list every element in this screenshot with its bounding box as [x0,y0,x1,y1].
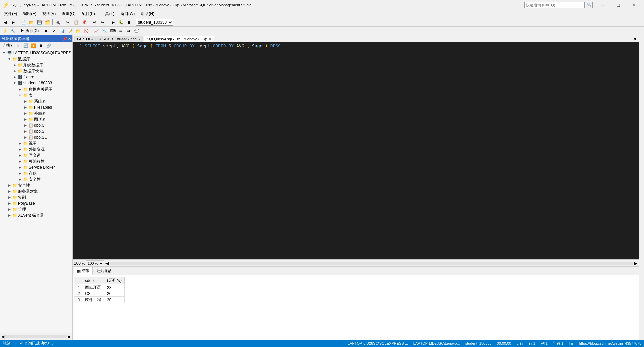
tree-item-27[interactable]: ▶📁XEvent 探查器 [0,212,72,218]
results-text-button[interactable]: 📝 [66,27,74,35]
tree-item-12[interactable]: ▶📋dbo.C [0,122,72,128]
menu-item-T[interactable]: 工具(T) [98,10,117,17]
oe-filter-button[interactable]: 🔽 [30,42,37,49]
menu-item-W[interactable]: 窗口(W) [118,10,137,17]
oe-refresh-button[interactable]: 🔄 [22,42,29,49]
menu-item-H[interactable]: 帮助(H) [138,10,157,17]
tree-item-10[interactable]: ▶📁外部表 [0,110,72,116]
tree-item-4[interactable]: ▶🗄️fixture [0,74,72,80]
cut-button[interactable]: ✂ [64,19,72,26]
tree-item-23[interactable]: ▶📁服务器对象 [0,188,72,194]
tree-item-7[interactable]: ▼📁表 [0,92,72,98]
results-grid-button[interactable]: 📊 [58,27,66,35]
results-none-button[interactable]: 🚫 [82,27,90,35]
menu-item-V[interactable]: 视图(V) [40,10,58,17]
tree-item-3[interactable]: ▶📁数据库快照 [0,68,72,74]
tab-0[interactable]: LAPTOP-LID28SCI...t_180333 - dbo.S [74,36,143,42]
parse-button[interactable]: ✔ [50,27,58,35]
tree-expander-3[interactable]: ▶ [12,68,17,74]
tree-item-24[interactable]: ▶📁复制 [0,194,72,200]
stop-exec-button[interactable]: ⏹ [42,27,50,35]
new-query-button[interactable]: 📄 [20,19,27,26]
oe-connect-button[interactable]: 连接▾ [1,42,14,49]
tree-item-5[interactable]: ▼🗄️student_180333 [0,80,72,86]
tree-item-14[interactable]: ▶📋dbo.SC [0,134,72,140]
redo-button[interactable]: ↪ [99,19,106,26]
tree-item-11[interactable]: ▶📁图形表 [0,116,72,122]
tree-expander-8[interactable]: ▶ [23,99,28,104]
tree-expander-17[interactable]: ▶ [17,153,23,158]
new-conn-button[interactable]: 🔌 [54,19,61,26]
oe-stop-button[interactable]: ⏹ [37,42,45,49]
tree-item-15[interactable]: ▶📁视图 [0,140,72,146]
tree-expander-9[interactable]: ▶ [23,105,28,110]
oe-pin-button[interactable]: 📌 [63,37,67,41]
tree-expander-15[interactable]: ▶ [17,141,23,146]
results-tab-results[interactable]: ▦ 结果 [74,267,93,275]
tab-1[interactable]: SQLQuery4.sql -...8SC\Lenovo (59))* ✕ [144,36,214,42]
tree-expander-23[interactable]: ▶ [7,189,12,194]
include-actual-plan[interactable]: 📈 [93,27,100,35]
database-dropdown[interactable]: student_180333 [136,19,173,26]
tree-item-22[interactable]: ▶📁安全性 [0,182,72,188]
tree-expander-6[interactable]: ▶ [17,86,23,92]
back-button[interactable]: ◀ [1,19,9,26]
tree-expander-27[interactable]: ▶ [7,213,12,218]
minimize-button[interactable]: ─ [595,0,611,10]
tree-item-9[interactable]: ▶📁FileTables [0,104,72,110]
search-bar[interactable]: 🔍 [524,2,593,8]
tree-item-0[interactable]: ▼🖥️LAPTOP-LID28SC\SQLEXPRES... [0,50,72,56]
menu-item-E[interactable]: 编辑(E) [20,10,39,17]
results-file-button[interactable]: 📁 [74,27,82,35]
tree-item-26[interactable]: ▶📁管理 [0,206,72,212]
oe-disconnect-button[interactable]: ✕ [14,42,22,49]
sqlcmd-mode[interactable]: ⌨ [109,27,116,35]
forward-button[interactable]: ▶ [9,19,17,26]
tree-expander-22[interactable]: ▶ [7,183,12,188]
deindent-button[interactable]: ➡ [125,27,132,35]
tree-expander-21[interactable]: ▶ [17,177,23,182]
close-button[interactable]: ✕ [626,0,641,10]
tree-item-2[interactable]: ▶📁系统数据库 [0,62,72,68]
comment-button[interactable]: 💬 [133,27,140,35]
undo-button[interactable]: ↩ [91,19,98,26]
open-button[interactable]: 📂 [28,19,35,26]
scroll-right-editor[interactable]: ▶ [634,261,637,266]
tree-expander-10[interactable]: ▶ [23,111,28,116]
execute-button[interactable]: ▶ 执行(X) [17,27,42,35]
tree-expander-0[interactable]: ▼ [1,50,7,56]
tree-expander-4[interactable]: ▶ [12,74,17,80]
menu-item-F[interactable]: 文件(F) [1,10,20,17]
tree-expander-24[interactable]: ▶ [7,195,12,200]
paste-button[interactable]: 📌 [80,19,88,26]
tree-item-17[interactable]: ▶📁同义词 [0,152,72,158]
maximize-button[interactable]: □ [611,0,626,10]
indentation-button[interactable]: ⬅ [117,27,124,35]
tree-expander-13[interactable]: ▶ [23,129,28,134]
tree-item-13[interactable]: ▶📋dbo.S [0,128,72,134]
tree-expander-7[interactable]: ▼ [17,93,23,98]
right-scrollbar[interactable] [639,35,644,340]
quick-launch-input[interactable] [524,2,585,8]
tree-item-20[interactable]: ▶📁存储 [0,170,72,176]
run-button[interactable]: ▶ [109,19,117,26]
tree-expander-2[interactable]: ▶ [12,62,17,68]
tree-item-25[interactable]: ▶📁PolyBase [0,200,72,206]
oe-scroll-left[interactable]: ◀ [1,334,4,339]
tree-expander-11[interactable]: ▶ [23,117,28,122]
tree-item-8[interactable]: ▶📁系统表 [0,98,72,104]
tab-1-close[interactable]: ✕ [209,37,211,41]
tree-expander-16[interactable]: ▶ [17,147,23,152]
oe-scroll-right[interactable]: ▶ [68,334,71,339]
search-button[interactable]: 🔍 [586,2,593,8]
tree-expander-26[interactable]: ▶ [7,207,12,212]
tree-item-1[interactable]: ▼📁数据库 [0,56,72,62]
menu-item-P[interactable]: 项目(P) [79,10,98,17]
stop-button[interactable]: ⏹ [125,19,133,26]
tree-expander-12[interactable]: ▶ [23,123,28,128]
save-all-button[interactable]: 🗂️ [44,19,51,26]
tree-expander-1[interactable]: ▼ [7,56,12,62]
oe-close-button[interactable]: ✕ [68,37,71,41]
scroll-left-editor[interactable]: ◀ [105,261,109,266]
tree-item-6[interactable]: ▶📁数据库关系图 [0,86,72,92]
